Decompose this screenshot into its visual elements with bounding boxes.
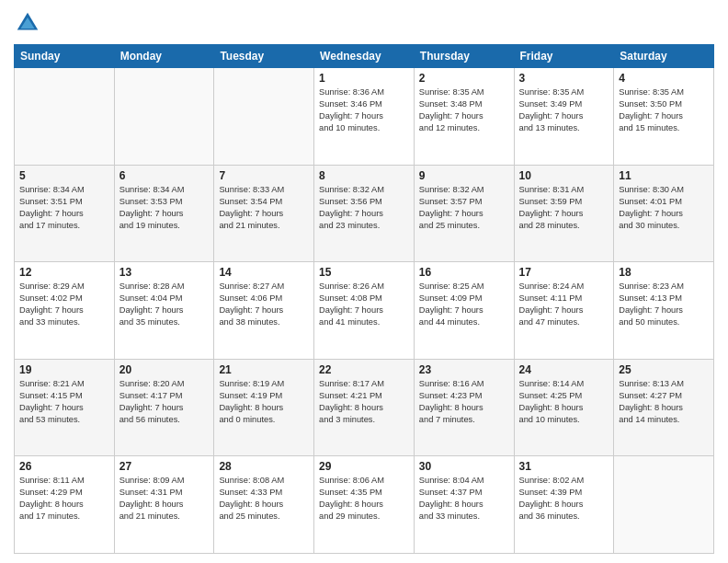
day-number: 8 [319,169,409,182]
day-content: Sunrise: 8:33 AM Sunset: 3:54 PM Dayligh… [219,184,309,232]
day-content: Sunrise: 8:30 AM Sunset: 4:01 PM Dayligh… [619,184,709,232]
calendar-cell: 12Sunrise: 8:29 AM Sunset: 4:02 PM Dayli… [15,262,115,360]
day-content: Sunrise: 8:08 AM Sunset: 4:33 PM Dayligh… [219,475,309,523]
day-content: Sunrise: 8:13 AM Sunset: 4:27 PM Dayligh… [619,378,709,426]
day-content: Sunrise: 8:35 AM Sunset: 3:50 PM Dayligh… [619,86,709,134]
day-number: 2 [419,72,509,85]
day-number: 25 [619,363,709,376]
weekday-header-friday: Friday [514,45,614,68]
day-number: 18 [619,266,709,279]
day-content: Sunrise: 8:04 AM Sunset: 4:37 PM Dayligh… [419,475,509,523]
day-number: 15 [319,266,409,279]
day-number: 6 [119,169,210,182]
day-content: Sunrise: 8:28 AM Sunset: 4:04 PM Dayligh… [119,281,210,328]
day-number: 21 [219,363,309,376]
calendar-cell: 27Sunrise: 8:09 AM Sunset: 4:31 PM Dayli… [114,456,214,554]
calendar-cell: 2Sunrise: 8:35 AM Sunset: 3:48 PM Daylig… [414,68,514,166]
calendar-cell: 13Sunrise: 8:28 AM Sunset: 4:04 PM Dayli… [114,262,214,360]
day-number: 9 [419,169,509,182]
day-number: 12 [19,266,109,279]
calendar-cell: 24Sunrise: 8:14 AM Sunset: 4:25 PM Dayli… [514,359,614,456]
day-number: 28 [219,460,309,473]
day-number: 10 [519,169,609,182]
calendar-cell [15,68,115,166]
calendar-cell: 22Sunrise: 8:17 AM Sunset: 4:21 PM Dayli… [314,359,415,456]
calendar-cell: 8Sunrise: 8:32 AM Sunset: 3:56 PM Daylig… [314,165,415,262]
calendar-week-2: 5Sunrise: 8:34 AM Sunset: 3:51 PM Daylig… [15,165,714,262]
day-number: 27 [119,460,210,473]
calendar-page: SundayMondayTuesdayWednesdayThursdayFrid… [0,0,728,563]
day-content: Sunrise: 8:27 AM Sunset: 4:06 PM Dayligh… [219,281,309,328]
day-content: Sunrise: 8:24 AM Sunset: 4:11 PM Dayligh… [519,281,609,328]
weekday-header-saturday: Saturday [614,45,714,68]
calendar-cell: 17Sunrise: 8:24 AM Sunset: 4:11 PM Dayli… [514,262,614,360]
day-number: 17 [519,266,609,279]
calendar-cell: 3Sunrise: 8:35 AM Sunset: 3:49 PM Daylig… [514,68,614,166]
day-content: Sunrise: 8:11 AM Sunset: 4:29 PM Dayligh… [19,475,109,523]
day-content: Sunrise: 8:32 AM Sunset: 3:56 PM Dayligh… [319,184,409,232]
day-number: 29 [319,460,409,473]
calendar-cell [214,68,314,166]
weekday-header-thursday: Thursday [414,45,514,68]
day-number: 11 [619,169,709,182]
day-number: 13 [119,266,210,279]
calendar-cell: 6Sunrise: 8:34 AM Sunset: 3:53 PM Daylig… [114,165,214,262]
day-content: Sunrise: 8:31 AM Sunset: 3:59 PM Dayligh… [519,184,609,232]
calendar-week-4: 19Sunrise: 8:21 AM Sunset: 4:15 PM Dayli… [15,359,714,456]
weekday-header-monday: Monday [114,45,214,68]
day-content: Sunrise: 8:09 AM Sunset: 4:31 PM Dayligh… [119,475,210,523]
day-content: Sunrise: 8:23 AM Sunset: 4:13 PM Dayligh… [619,281,709,328]
calendar-cell [614,456,714,554]
calendar-cell: 4Sunrise: 8:35 AM Sunset: 3:50 PM Daylig… [614,68,714,166]
day-content: Sunrise: 8:32 AM Sunset: 3:57 PM Dayligh… [419,184,509,232]
calendar-cell: 26Sunrise: 8:11 AM Sunset: 4:29 PM Dayli… [15,456,115,554]
day-content: Sunrise: 8:35 AM Sunset: 3:49 PM Dayligh… [519,86,609,134]
header [14,9,714,37]
day-content: Sunrise: 8:14 AM Sunset: 4:25 PM Dayligh… [519,378,609,426]
day-content: Sunrise: 8:25 AM Sunset: 4:09 PM Dayligh… [419,281,509,328]
day-content: Sunrise: 8:06 AM Sunset: 4:35 PM Dayligh… [319,475,409,523]
calendar-cell: 11Sunrise: 8:30 AM Sunset: 4:01 PM Dayli… [614,165,714,262]
day-number: 14 [219,266,309,279]
day-content: Sunrise: 8:19 AM Sunset: 4:19 PM Dayligh… [219,378,309,426]
logo-icon [14,9,41,37]
calendar-cell: 23Sunrise: 8:16 AM Sunset: 4:23 PM Dayli… [414,359,514,456]
day-content: Sunrise: 8:35 AM Sunset: 3:48 PM Dayligh… [419,86,509,134]
day-number: 16 [419,266,509,279]
calendar-cell: 19Sunrise: 8:21 AM Sunset: 4:15 PM Dayli… [15,359,115,456]
calendar-cell: 25Sunrise: 8:13 AM Sunset: 4:27 PM Dayli… [614,359,714,456]
day-content: Sunrise: 8:17 AM Sunset: 4:21 PM Dayligh… [319,378,409,426]
calendar-cell: 31Sunrise: 8:02 AM Sunset: 4:39 PM Dayli… [514,456,614,554]
day-number: 1 [319,72,409,85]
day-number: 3 [519,72,609,85]
calendar-cell: 9Sunrise: 8:32 AM Sunset: 3:57 PM Daylig… [414,165,514,262]
calendar-cell: 28Sunrise: 8:08 AM Sunset: 4:33 PM Dayli… [214,456,314,554]
calendar-cell: 20Sunrise: 8:20 AM Sunset: 4:17 PM Dayli… [114,359,214,456]
calendar-cell: 15Sunrise: 8:26 AM Sunset: 4:08 PM Dayli… [314,262,415,360]
day-content: Sunrise: 8:02 AM Sunset: 4:39 PM Dayligh… [519,475,609,523]
weekday-header-row: SundayMondayTuesdayWednesdayThursdayFrid… [15,45,714,68]
day-number: 4 [619,72,709,85]
day-number: 7 [219,169,309,182]
day-number: 5 [19,169,109,182]
calendar-cell: 5Sunrise: 8:34 AM Sunset: 3:51 PM Daylig… [15,165,115,262]
day-number: 20 [119,363,210,376]
day-number: 23 [419,363,509,376]
day-content: Sunrise: 8:16 AM Sunset: 4:23 PM Dayligh… [419,378,509,426]
calendar-cell: 16Sunrise: 8:25 AM Sunset: 4:09 PM Dayli… [414,262,514,360]
logo [14,9,45,37]
calendar-cell: 1Sunrise: 8:36 AM Sunset: 3:46 PM Daylig… [314,68,415,166]
day-number: 31 [519,460,609,473]
day-content: Sunrise: 8:26 AM Sunset: 4:08 PM Dayligh… [319,281,409,328]
day-content: Sunrise: 8:34 AM Sunset: 3:51 PM Dayligh… [19,184,109,232]
day-number: 30 [419,460,509,473]
calendar-cell: 21Sunrise: 8:19 AM Sunset: 4:19 PM Dayli… [214,359,314,456]
day-number: 19 [19,363,109,376]
calendar-cell: 10Sunrise: 8:31 AM Sunset: 3:59 PM Dayli… [514,165,614,262]
calendar-cell: 7Sunrise: 8:33 AM Sunset: 3:54 PM Daylig… [214,165,314,262]
day-content: Sunrise: 8:20 AM Sunset: 4:17 PM Dayligh… [119,378,210,426]
calendar-cell: 30Sunrise: 8:04 AM Sunset: 4:37 PM Dayli… [414,456,514,554]
weekday-header-wednesday: Wednesday [314,45,415,68]
weekday-header-tuesday: Tuesday [214,45,314,68]
day-number: 26 [19,460,109,473]
